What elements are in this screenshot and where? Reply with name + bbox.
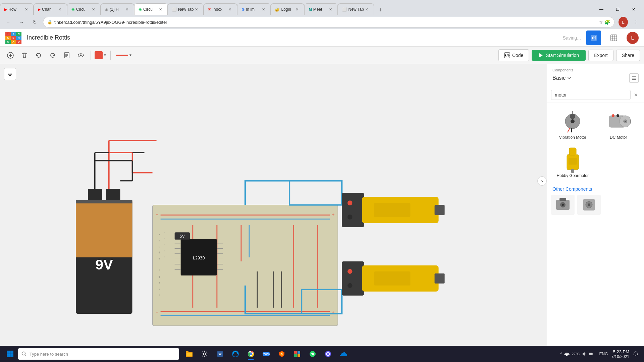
category-selector[interactable]: Basic	[552, 75, 572, 81]
tab-inbox-close[interactable]: ✕	[227, 7, 233, 12]
battery-icon[interactable]	[589, 352, 593, 356]
user-avatar[interactable]: L	[627, 32, 639, 44]
taskbar-cortana[interactable]	[228, 347, 243, 361]
tab-circu2[interactable]: ◉ Circu ✕	[134, 3, 168, 15]
taskbar-search[interactable]: Type here to search	[18, 348, 179, 360]
svg-marker-16	[539, 53, 543, 57]
svg-rect-21	[76, 200, 132, 203]
taskbar-app1[interactable]	[290, 347, 305, 361]
url-text: tinkercad.com/things/5YA9j9xOGG9-incredi…	[54, 20, 596, 25]
tab-h-close[interactable]: ✕	[124, 7, 130, 12]
tab-login[interactable]: 🔐 Login ✕	[271, 3, 304, 15]
taskbar-whatsapp[interactable]	[305, 347, 320, 361]
forward-button[interactable]: →	[16, 17, 27, 27]
svg-text:h: h	[159, 281, 160, 284]
other-component-2[interactable]	[577, 195, 601, 215]
motor-upper[interactable]	[342, 193, 444, 227]
export-button[interactable]: Export	[588, 50, 613, 61]
svg-rect-111	[569, 148, 576, 155]
tab-newtab2[interactable]: ⬜ New Tab ✕	[338, 3, 374, 15]
delete-button[interactable]	[18, 49, 31, 62]
inspect-button[interactable]	[74, 49, 87, 62]
canvas-area[interactable]: ⊕ 9V	[0, 64, 547, 346]
dc-motor-item[interactable]: DC Motor	[597, 107, 640, 142]
refresh-button[interactable]: ↻	[30, 17, 40, 27]
extensions-icon[interactable]: 🧩	[604, 19, 610, 25]
taskbar-word[interactable]: W	[213, 347, 227, 361]
taskbar-zoom[interactable]: ZOOM	[259, 347, 274, 361]
tab-meet[interactable]: M Meet ✕	[304, 3, 338, 15]
vibration-motor-item[interactable]: Vibration Motor	[551, 107, 594, 142]
profile-icon[interactable]: L	[617, 17, 628, 27]
taskbar-brave[interactable]: B	[274, 347, 289, 361]
menu-button[interactable]: ⋮	[631, 17, 641, 27]
taskbar-app2[interactable]	[321, 347, 335, 361]
dc-motor-label: DC Motor	[610, 135, 627, 140]
tab-h[interactable]: ◉ (1) H ✕	[101, 3, 134, 15]
browser-chrome: ▶ How ✕ ▶ Chan ✕ ◉ Circu ✕ ◉ (1) H ✕ ◉ C…	[0, 0, 644, 29]
tab-circu1-close[interactable]: ✕	[91, 7, 96, 12]
tab-newtab2-close[interactable]: ✕	[364, 7, 370, 12]
taskbar-chrome[interactable]	[244, 347, 258, 361]
tab-circu2-close[interactable]: ✕	[158, 7, 163, 12]
tab-chan-close[interactable]: ✕	[57, 7, 63, 12]
url-bar[interactable]: 🔒 tinkercad.com/things/5YA9j9xOGG9-incre…	[43, 17, 614, 27]
tab-chan[interactable]: ▶ Chan ✕	[34, 3, 67, 15]
search-clear-button[interactable]: ✕	[632, 91, 640, 99]
redo-button[interactable]	[46, 49, 59, 62]
taskbar-file-explorer[interactable]	[182, 347, 197, 361]
color-dropdown-arrow: ▼	[103, 53, 107, 57]
note-button[interactable]	[60, 49, 73, 62]
add-component-button[interactable]	[4, 49, 17, 62]
network-icon[interactable]	[564, 351, 570, 357]
table-view-button[interactable]	[606, 31, 621, 45]
components-grid: Vibration Motor	[547, 103, 644, 185]
components-panel: › Components Basic	[547, 64, 644, 346]
battery-group[interactable]: 9V	[76, 140, 156, 314]
settings-gear-icon	[201, 350, 208, 358]
new-tab-button[interactable]: +	[375, 5, 385, 15]
tab-circu1[interactable]: ◉ Circu ✕	[67, 3, 101, 15]
other-component-1[interactable]	[551, 195, 575, 215]
hobby-gearmotor-item[interactable]: Hobby Gearmotor	[551, 145, 594, 181]
tray-chevron[interactable]: ^	[560, 352, 562, 356]
minimize-button[interactable]: —	[594, 3, 609, 15]
taskbar-onedrive[interactable]	[336, 347, 351, 361]
list-view-button[interactable]	[629, 73, 639, 83]
start-simulation-button[interactable]: Start Simulation	[532, 50, 586, 61]
tab-newtab1-close[interactable]: ✕	[194, 7, 199, 12]
share-button[interactable]: Share	[616, 50, 640, 61]
temperature-display: 27°C	[572, 352, 580, 356]
start-button[interactable]	[3, 347, 17, 361]
motor-lower[interactable]	[342, 261, 444, 296]
file-explorer-icon	[185, 350, 193, 358]
tab-mim-close[interactable]: ✕	[261, 7, 266, 12]
back-button[interactable]: ←	[3, 17, 13, 27]
tab-yt-close[interactable]: ✕	[23, 7, 29, 12]
circuit-view-button[interactable]	[586, 31, 601, 45]
close-button[interactable]: ✕	[626, 3, 641, 15]
tab-newtab1[interactable]: ⬜ New Tab ✕	[168, 3, 204, 15]
speaker-icon[interactable]	[582, 352, 587, 356]
wire-style-button[interactable]: ▼	[114, 49, 134, 62]
component-search-input[interactable]	[551, 90, 631, 100]
maximize-button[interactable]: ☐	[610, 3, 625, 15]
tab-login-close[interactable]: ✕	[294, 7, 300, 12]
svg-text:c: c	[159, 245, 160, 248]
color-picker-button[interactable]: ▼	[94, 49, 107, 62]
undo-button[interactable]	[32, 49, 45, 62]
code-button[interactable]: Code	[498, 49, 529, 61]
separator-1	[91, 51, 91, 60]
tab-yt[interactable]: ▶ How ✕	[0, 3, 34, 15]
bookmark-icon[interactable]: ☆	[599, 19, 603, 25]
tab-mim[interactable]: G m im ✕	[237, 3, 271, 15]
taskbar-settings[interactable]	[197, 347, 212, 361]
undo-icon	[35, 52, 42, 59]
tab-newtab1-label: New Tab	[178, 7, 194, 12]
notification-icon[interactable]	[633, 351, 639, 357]
clock[interactable]: 5:23 PM 7/10/2021	[611, 349, 629, 359]
taskbar-right: ^ 27°C ENG 5:23 PM 7/10/2021	[560, 349, 641, 359]
tab-inbox[interactable]: ✉ Inbox ✕	[204, 3, 237, 15]
svg-rect-112	[571, 169, 574, 173]
tab-meet-close[interactable]: ✕	[328, 7, 333, 12]
